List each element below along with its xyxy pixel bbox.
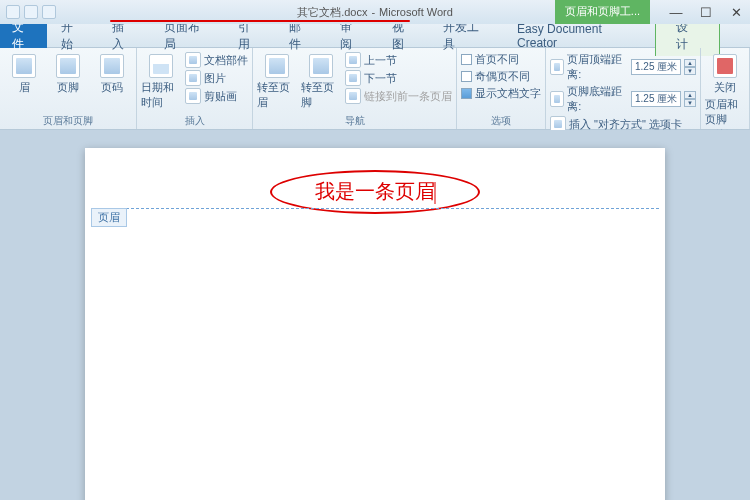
header-boundary — [91, 208, 659, 209]
goto-footer-button[interactable]: 转至页脚 — [301, 50, 341, 110]
header-button[interactable]: 眉 — [4, 50, 44, 95]
group-close: 关闭 页眉和页脚 关闭 — [701, 48, 750, 129]
contextual-tab-header: 页眉和页脚工... — [555, 0, 650, 24]
minimize-button[interactable]: — — [666, 5, 686, 20]
text-cursor — [435, 182, 436, 204]
different-odd-even-checkbox[interactable]: 奇偶页不同 — [461, 69, 541, 84]
page-number-button[interactable]: 页码 — [92, 50, 132, 95]
checkbox-icon — [461, 71, 472, 82]
next-icon — [345, 70, 361, 86]
picture-button[interactable]: 图片 — [185, 70, 248, 86]
different-first-checkbox[interactable]: 首页不同 — [461, 52, 541, 67]
group-header-footer: 眉 页脚 页码 页眉和页脚 — [0, 48, 137, 129]
qat-redo-icon[interactable] — [42, 5, 56, 19]
group-position: 页眉顶端距离: 1.25 厘米 ▲▼ 页脚底端距离: 1.25 厘米 ▲▼ 插入… — [546, 48, 701, 129]
ribbon: 眉 页脚 页码 页眉和页脚 日期和时间 文档部件 图片 剪贴画 插入 转至页眉 … — [0, 48, 750, 130]
footer-distance-input[interactable]: 1.25 厘米 — [631, 91, 681, 107]
tab-edc[interactable]: Easy Document Creator — [503, 22, 655, 50]
footer-icon — [56, 54, 80, 78]
show-doc-text-checkbox[interactable]: 显示文档文字 — [461, 86, 541, 101]
clipart-button[interactable]: 剪贴画 — [185, 88, 248, 104]
header-distance-input[interactable]: 1.25 厘米 — [631, 59, 681, 75]
prev-icon — [345, 52, 361, 68]
page[interactable]: 我是一条页眉 页眉 — [85, 148, 665, 500]
header-icon — [12, 54, 36, 78]
footer-dist-icon — [550, 91, 564, 107]
window-title: 其它文档.docx - Microsoft Word — [297, 5, 453, 20]
footer-button[interactable]: 页脚 — [48, 50, 88, 95]
header-top-distance: 页眉顶端距离: 1.25 厘米 ▲▼ — [550, 52, 696, 82]
title-bar: 其它文档.docx - Microsoft Word 页眉和页脚工... — ☐… — [0, 0, 750, 24]
spinner-down-icon[interactable]: ▼ — [684, 99, 696, 107]
link-previous-button: 链接到前一条页眉 — [345, 88, 452, 104]
app-name: Microsoft Word — [379, 6, 453, 18]
annotation-underline — [110, 20, 410, 22]
page-number-icon — [100, 54, 124, 78]
footer-bottom-distance: 页脚底端距离: 1.25 厘米 ▲▼ — [550, 84, 696, 114]
header-content[interactable]: 我是一条页眉 — [315, 178, 436, 205]
calendar-icon — [149, 54, 173, 78]
date-time-button[interactable]: 日期和时间 — [141, 50, 181, 110]
goto-footer-icon — [309, 54, 333, 78]
close-header-footer-button[interactable]: 关闭 页眉和页脚 — [705, 50, 745, 127]
checkbox-checked-icon — [461, 88, 472, 99]
prev-section-button[interactable]: 上一节 — [345, 52, 452, 68]
header-tag: 页眉 — [91, 208, 127, 227]
qat-save-icon[interactable] — [6, 5, 20, 19]
close-button[interactable]: ✕ — [726, 5, 746, 20]
link-icon — [345, 88, 361, 104]
ribbon-tabs: 文件 开始 插入 页面布局 引用 邮件 审阅 视图 开发工具 Easy Docu… — [0, 24, 750, 48]
qat-undo-icon[interactable] — [24, 5, 38, 19]
goto-header-button[interactable]: 转至页眉 — [257, 50, 297, 110]
quick-access-toolbar — [0, 5, 62, 19]
header-dist-icon — [550, 59, 564, 75]
goto-header-icon — [265, 54, 289, 78]
window-controls: — ☐ ✕ — [666, 5, 746, 20]
close-x-icon — [713, 54, 737, 78]
group-options: 首页不同 奇偶页不同 显示文档文字 选项 — [457, 48, 546, 129]
quick-parts-button[interactable]: 文档部件 — [185, 52, 248, 68]
maximize-button[interactable]: ☐ — [696, 5, 716, 20]
clipart-icon — [185, 88, 201, 104]
spinner-down-icon[interactable]: ▼ — [684, 67, 696, 75]
picture-icon — [185, 70, 201, 86]
parts-icon — [185, 52, 201, 68]
spinner-up-icon[interactable]: ▲ — [684, 91, 696, 99]
group-insert: 日期和时间 文档部件 图片 剪贴画 插入 — [137, 48, 253, 129]
checkbox-icon — [461, 54, 472, 65]
document-area: 我是一条页眉 页眉 — [0, 130, 750, 500]
group-navigation: 转至页眉 转至页脚 上一节 下一节 链接到前一条页眉 导航 — [253, 48, 457, 129]
spinner-up-icon[interactable]: ▲ — [684, 59, 696, 67]
next-section-button[interactable]: 下一节 — [345, 70, 452, 86]
tab-file[interactable]: 文件 — [0, 24, 47, 48]
doc-name: 其它文档.docx — [297, 5, 367, 20]
